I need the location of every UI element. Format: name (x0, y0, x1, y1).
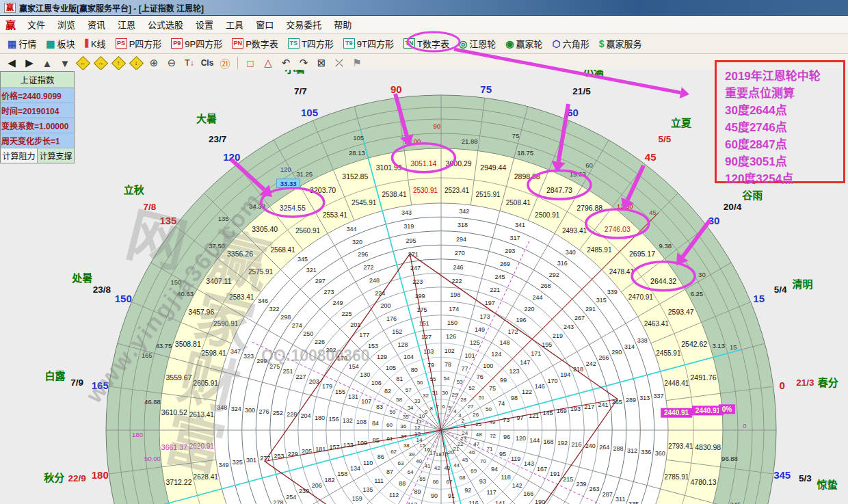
svg-text:224: 224 (375, 290, 385, 297)
svg-text:2448.41: 2448.41 (664, 380, 689, 387)
svg-text:2605.91: 2605.91 (194, 380, 219, 387)
tool-shift-right-icon[interactable]: → (92, 55, 109, 70)
menu-item-工具[interactable]: 工具 (220, 18, 250, 31)
svg-text:158: 158 (337, 470, 347, 477)
toolbar-item-sectors[interactable]: ▩板块 (41, 36, 79, 52)
toolbar-item-quotes[interactable]: ▦行情 (3, 36, 41, 52)
toolbar-item-p-table[interactable]: PNP数字表 (227, 36, 283, 52)
tool-triangle-tool-button[interactable]: △ (260, 55, 276, 70)
tool-cls-button[interactable]: Cls (199, 55, 215, 70)
svg-text:126: 126 (446, 333, 456, 340)
svg-text:99: 99 (500, 377, 507, 384)
toolbar-item-9t-square[interactable]: T99T四方形 (339, 36, 399, 52)
tool-flag-tool-button[interactable]: ⚑ (349, 55, 365, 70)
svg-text:144: 144 (529, 437, 540, 444)
svg-text:18.75: 18.75 (517, 149, 533, 157)
calc-resistance-button[interactable]: 计算阻力 (1, 148, 38, 163)
menu-item-公式选股[interactable]: 公式选股 (142, 18, 189, 31)
svg-text:6: 6 (442, 403, 445, 410)
svg-text:165: 165 (142, 352, 153, 359)
tool-shift-left-icon[interactable]: ← (75, 55, 91, 70)
toolbar-item-kline[interactable]: ⫼K线 (80, 36, 111, 52)
tool-rotate-up-button[interactable]: ▲ (39, 55, 55, 70)
svg-text:85: 85 (373, 437, 380, 444)
tool-fit-tool-button[interactable]: ⊠ (313, 55, 330, 70)
svg-text:2485.91: 2485.91 (587, 246, 612, 254)
svg-text:40: 40 (416, 458, 422, 464)
menu-item-文件[interactable]: 文件 (21, 18, 51, 31)
calc-support-button[interactable]: 计算支撑 (38, 148, 74, 163)
menu-item-资讯[interactable]: 资讯 (81, 18, 111, 31)
tool-next-button[interactable]: ▶ (21, 55, 38, 70)
menu-item-窗口[interactable]: 窗口 (250, 18, 280, 31)
menu-item-浏览[interactable]: 浏览 (51, 18, 81, 31)
svg-text:205: 205 (302, 448, 312, 455)
svg-text:立夏: 立夏 (671, 117, 692, 129)
toolbar-item-9p-square[interactable]: P99P四方形 (166, 36, 227, 52)
tool-calendar-button[interactable]: ㉑ (217, 55, 233, 70)
svg-text:小满: 小满 (583, 70, 604, 77)
svg-text:277: 277 (260, 455, 270, 462)
tool-shift-down-icon[interactable]: ↓ (128, 55, 144, 70)
tool-prev-button[interactable]: ◀ (3, 55, 20, 70)
tool-cross-tool-button[interactable]: ⤫ (331, 55, 347, 70)
svg-text:4830.98: 4830.98 (695, 443, 721, 451)
toolbar-item-service[interactable]: $赢家服务 (594, 36, 647, 52)
svg-text:2746.03: 2746.03 (605, 225, 631, 233)
svg-text:171: 171 (531, 350, 541, 357)
svg-text:43.75: 43.75 (155, 342, 172, 349)
toolbar-item-gann-wheel[interactable]: ◎江恩轮 (454, 36, 501, 52)
menu-item-设置[interactable]: 设置 (189, 18, 220, 31)
svg-text:198: 198 (450, 291, 460, 298)
svg-text:23/8: 23/8 (93, 284, 111, 295)
svg-text:61: 61 (386, 436, 393, 442)
svg-text:135: 135 (159, 215, 176, 226)
svg-text:154: 154 (349, 363, 359, 370)
svg-text:3051.14: 3051.14 (410, 159, 436, 168)
svg-text:325: 325 (233, 459, 243, 466)
tool-rotate-ccw-button[interactable]: ↶ (278, 55, 294, 70)
svg-text:246: 246 (453, 264, 464, 271)
svg-text:106: 106 (371, 380, 382, 386)
svg-text:清明: 清明 (792, 278, 812, 290)
tool-shift-up-icon[interactable]: ↑ (110, 55, 127, 70)
svg-text:25.00: 25.00 (405, 137, 421, 145)
note-line: 90度3051点 (725, 153, 843, 170)
toolbar-item-p-square[interactable]: PSP四方形 (111, 36, 167, 52)
tool-square-tool-button[interactable]: □ (242, 55, 259, 70)
svg-text:7/7: 7/7 (294, 86, 307, 96)
svg-text:79: 79 (427, 362, 434, 369)
svg-text:295: 295 (406, 237, 416, 244)
svg-text:345: 345 (730, 501, 741, 504)
toolbar-item-hexagon[interactable]: ⬡六角形 (547, 36, 594, 52)
svg-text:314: 314 (624, 343, 635, 350)
tool-zoom-in-button[interactable]: ⊕ (146, 55, 162, 70)
svg-text:96.88: 96.88 (721, 455, 738, 462)
svg-text:170: 170 (548, 377, 558, 384)
svg-text:7/8: 7/8 (144, 202, 157, 212)
svg-text:271: 271 (408, 251, 419, 258)
svg-text:95: 95 (499, 451, 506, 457)
svg-text:103: 103 (423, 348, 434, 355)
svg-text:24: 24 (462, 430, 468, 436)
svg-text:168: 168 (544, 438, 554, 445)
svg-text:118: 118 (501, 474, 511, 481)
tool-price-axis-button[interactable]: T↓ (181, 55, 198, 70)
svg-text:3305.40: 3305.40 (252, 225, 278, 233)
tool-zoom-out-button[interactable]: ⊖ (163, 55, 180, 70)
svg-text:297: 297 (315, 278, 326, 284)
menu-item-交易委托[interactable]: 交易委托 (280, 18, 328, 31)
svg-text:176: 176 (386, 315, 397, 322)
toolbar-item-t-square[interactable]: TST四方形 (283, 36, 339, 52)
svg-text:349: 349 (218, 462, 228, 468)
menu-item-江恩[interactable]: 江恩 (111, 18, 142, 31)
toolbar-item-winner-wheel[interactable]: ◉赢家轮 (501, 36, 547, 52)
menu-item-帮助[interactable]: 帮助 (328, 18, 358, 31)
tool-rotate-cw-button[interactable]: ↷ (295, 55, 312, 70)
svg-text:2523.41: 2523.41 (445, 187, 470, 194)
arrow-glyph: ↓ (135, 59, 138, 66)
svg-text:2491.76: 2491.76 (691, 373, 717, 382)
toolbar-item-t-table[interactable]: TNT数字表 (399, 36, 454, 52)
tool-rotate-down-button[interactable]: ▼ (57, 55, 73, 70)
gann-wheel-icon: ◎ (459, 38, 467, 49)
